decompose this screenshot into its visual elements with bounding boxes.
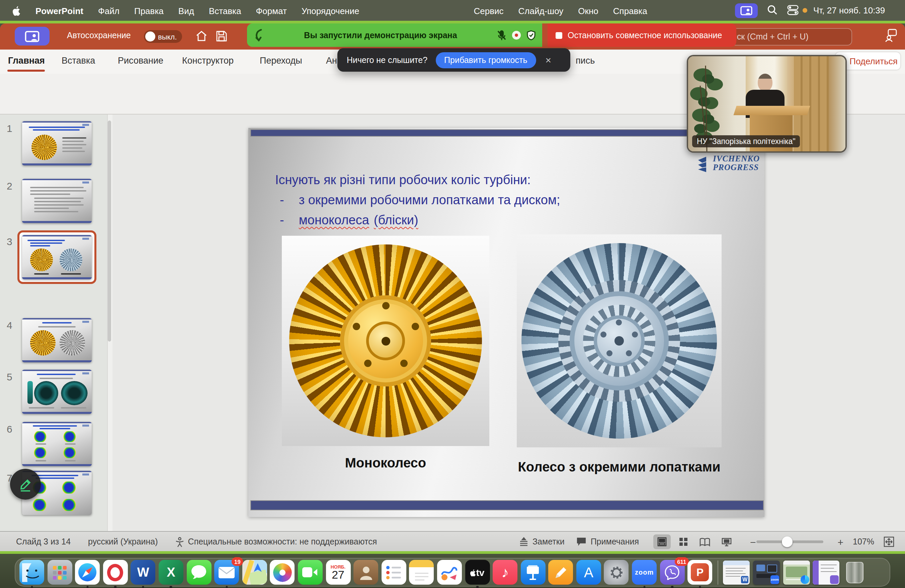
dock-viber[interactable]: 611 [660,560,684,585]
calendar-day: 27 [332,569,345,581]
save-icon[interactable] [216,30,228,42]
menu-file[interactable]: Файл [98,6,119,16]
autosave-toggle[interactable]: выкл. [144,30,182,43]
monowheel-image[interactable] [282,236,489,446]
stop-sharing-banner[interactable]: Остановить совместное использование [548,24,736,47]
menu-clock[interactable]: Чт, 27 нояб. 10:39 [813,5,885,15]
annotation-pencil-button[interactable] [10,469,41,500]
control-center-icon[interactable] [787,5,799,15]
menu-app-name[interactable]: PowerPoint [35,6,83,16]
fit-slide-icon[interactable] [884,536,894,547]
autosave-label: Автосохранение [67,31,131,40]
dock-launchpad[interactable] [47,560,72,585]
view-sorter-button[interactable] [675,534,692,549]
dock-powerpoint[interactable]: P [688,560,713,585]
slide-4-thumbnail[interactable] [22,318,92,362]
dock-pages[interactable] [549,560,573,585]
dock-safari[interactable] [75,560,100,585]
dock-keynote[interactable] [521,560,545,585]
menu-edit[interactable]: Правка [134,6,164,16]
dock-opera[interactable] [103,560,128,585]
menu-insert[interactable]: Вставка [209,6,241,16]
tab-transitions[interactable]: Переходы [260,56,302,66]
home-icon[interactable] [195,30,208,42]
stop-square-icon [556,32,562,38]
dock-excel[interactable]: X [159,560,183,585]
dock-word[interactable]: W [131,560,156,585]
dock-mail[interactable]: 19 [214,560,239,585]
dock-minimized-viber-window[interactable] [813,560,839,584]
menu-format[interactable]: Формат [256,6,287,16]
notes-icon[interactable] [518,537,529,547]
dock-minimized-word-window[interactable]: W [723,560,750,584]
dock-facetime[interactable] [298,560,322,585]
screen-sharing-pill-icon[interactable] [15,27,49,46]
slide-1-thumbnail[interactable] [22,121,92,165]
menu-view[interactable]: Вид [178,6,194,16]
zoom-in-button[interactable]: + [838,536,844,547]
zoom-out-button[interactable]: − [750,536,756,547]
slide-6-thumbnail[interactable] [22,422,92,466]
comments-icon[interactable] [577,537,587,547]
screen: PowerPoint Файл Правка Вид Вставка Форма… [0,0,905,588]
dock-zoom[interactable]: zoom [632,560,657,585]
slide-5-number: 5 [7,371,13,382]
slide-2-thumbnail[interactable] [22,179,92,223]
popup-close-icon[interactable]: × [545,54,551,66]
spotlight-search-icon[interactable] [767,5,778,15]
presenter-coach-icon[interactable] [885,29,897,42]
dock-trash[interactable] [843,560,867,585]
dock-reminders[interactable] [381,560,406,585]
menu-tools[interactable]: Сервис [473,6,503,16]
view-normal-button[interactable] [654,534,671,549]
macos-menu-bar: PowerPoint Файл Правка Вид Вставка Форма… [0,0,905,21]
dock-finder[interactable] [19,560,44,585]
language-indicator[interactable]: русский (Украина) [88,537,158,547]
zoom-slider[interactable] [756,540,823,543]
dock-photos[interactable] [270,560,295,585]
slide-3-thumbnail[interactable] [22,235,92,279]
dock-minimized-browser-window[interactable] [783,560,810,584]
dock-maps[interactable] [242,560,267,585]
dock-contacts[interactable] [353,560,378,585]
dock: W X 19 НОЯБ. 27 [15,558,890,586]
mic-in-use-indicator [803,8,807,13]
dock-freeform[interactable] [437,560,462,585]
comments-button[interactable]: Примечания [591,537,639,547]
zoom-slider-knob[interactable] [782,536,792,547]
dock-settings[interactable] [604,560,629,585]
notes-button[interactable]: Заметки [532,537,565,547]
slide-5-thumbnail[interactable] [22,370,92,414]
bladed-wheel-image[interactable] [517,234,722,447]
screen-sharing-menu-icon[interactable] [735,3,758,18]
tab-home[interactable]: Главная [8,56,45,66]
panel-scrollbar-thumb[interactable] [108,121,111,342]
tab-record-fragment[interactable]: пись [576,56,595,66]
slide-canvas[interactable]: IVCHENKO PROGRESS Існують як різні типи … [248,128,764,517]
menu-slideshow[interactable]: Слайд-шоу [518,6,564,16]
mic-muted-icon [497,30,506,41]
menu-arrange[interactable]: Упорядочение [302,6,359,16]
dock-music[interactable]: ♪ [493,560,518,585]
dock-appstore[interactable]: A [576,560,601,585]
dock-appletv[interactable]: tv [465,560,490,585]
tab-draw[interactable]: Рисование [118,56,164,66]
tab-insert[interactable]: Вставка [62,56,95,66]
increase-volume-button[interactable]: Прибавить громкость [435,52,536,68]
tab-design[interactable]: Конструктор [182,56,233,66]
status-bar: Слайд 3 из 14 русский (Украина) Специаль… [0,531,905,552]
dock-notes[interactable] [409,560,434,585]
dock-messages[interactable] [186,560,211,585]
dock-minimized-zoom-window[interactable]: zoom [753,560,780,584]
slide-bullet-1: -з окремими робочими лопатками та диском… [280,193,560,208]
view-slideshow-button[interactable] [718,534,735,549]
menu-help[interactable]: Справка [613,6,647,16]
slide-bottom-bar [250,500,764,510]
view-reading-button[interactable] [697,534,714,549]
apple-menu-icon[interactable] [12,6,21,16]
menu-window[interactable]: Окно [578,6,598,16]
webcam-overlay[interactable]: НУ "Запорізька політехніка" [687,55,847,153]
webcam-podium-top [733,106,810,115]
dock-calendar[interactable]: НОЯБ. 27 [325,560,351,585]
zoom-percentage[interactable]: 107% [853,537,874,547]
